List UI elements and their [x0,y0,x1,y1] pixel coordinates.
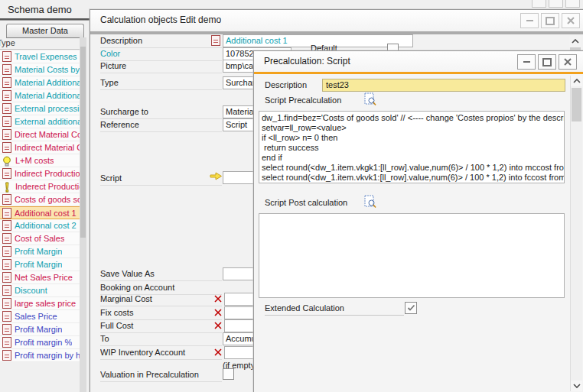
list-item[interactable]: External additional c [0,115,80,128]
doc-icon [2,168,11,179]
script-label: Script [100,173,222,186]
surcharge-to-label: Surcharge to [100,107,222,119]
precalc-scroll-down-button[interactable] [571,381,582,391]
script-post-calculation-textarea[interactable] [259,213,565,298]
precalc-minimize-button[interactable] [517,54,536,70]
schema-item-list: Travel ExpensesMaterial Costs by BiMater… [0,50,80,362]
list-item[interactable]: Direct Material Cost [0,128,80,141]
sidebar-scrollbar-thumb[interactable] [80,47,86,238]
save-value-as-label: Save Value As [100,269,222,281]
list-item-label: Material Additional C [15,91,80,100]
list-item-label: Additional cost 1 [15,209,77,218]
title-accent-bar [254,72,583,74]
list-item-label: Indirect Material Co [15,143,80,152]
list-item[interactable]: Discount [0,284,80,297]
list-item-label: Material Additional C [15,78,80,87]
doc-icon [2,103,11,114]
list-item-label: Profit Margin [15,325,62,334]
list-item[interactable]: Material Costs by Bi [0,63,80,76]
sidebar-scrollbar[interactable] [80,37,86,392]
list-item[interactable]: Sales Price [0,310,80,323]
list-item-label: Costs of goods sold [15,195,80,204]
minimize-icon [523,61,530,63]
to-label: To [100,334,222,346]
doc-icon [2,142,11,153]
doc-icon [2,285,11,296]
list-item[interactable]: Net Sales Price [0,271,80,284]
calc-titlebar[interactable]: Calculation objects Edit demo [90,10,583,31]
parent-maximize-button[interactable] [549,0,563,8]
precalc-close-button[interactable] [559,54,577,70]
calc-minimize-button[interactable] [520,13,539,28]
list-item[interactable]: Material Additional C [0,76,80,89]
list-item-label: large sales price [15,299,76,308]
precalc-scrollbar[interactable] [570,76,582,391]
list-item-label: Sales Price [15,312,57,321]
list-item[interactable]: Cost of Sales [0,232,80,245]
list-item[interactable]: Profit Margin [0,323,80,336]
precalc-description-input[interactable]: test23 [322,79,565,92]
list-item[interactable]: External processing [0,102,80,115]
doc-icon [2,194,11,205]
doc-icon [2,246,11,257]
doc-icon [2,298,11,309]
list-column-header[interactable]: Type [0,37,80,50]
doc-icon [2,324,11,335]
calc-window-title: Calculation objects Edit demo [100,10,221,31]
list-item-label: Inderect Production [15,182,80,191]
list-item[interactable]: Inderect Production [0,180,80,193]
doc-icon [2,77,11,88]
list-item-label: Direct Material Cost [15,130,80,139]
list-item[interactable]: Profit Margin [0,245,80,258]
list-item[interactable]: Profit Margin [0,258,80,271]
doc-icon [211,35,220,46]
calc-close-button[interactable] [562,13,580,28]
list-item-label: External processing [15,104,80,113]
fix-costs-label: Fix costs [100,308,222,320]
maximize-icon [542,58,552,66]
full-cost-label: Full Cost [100,321,222,333]
color-label: Color [100,49,222,61]
bulb-icon [2,156,11,167]
precalc-maximize-button[interactable] [538,54,556,70]
list-item-label: L+M costs [15,156,54,165]
parent-minimize-button[interactable] [532,0,546,8]
precalc-scroll-thumb[interactable] [572,88,581,121]
parent-window-title: Schema demo [8,4,72,15]
list-item-label: Profit Margin [15,247,62,256]
list-item[interactable]: Profit margin by ho [0,349,80,362]
extended-calculation-checkbox[interactable] [405,302,417,314]
tab-master-data[interactable]: Master Data [6,24,84,38]
close-icon [564,58,572,66]
list-item-label: External additional c [15,117,80,126]
chevron-up-icon [573,79,581,83]
list-item[interactable]: Additional cost 2 [0,219,80,232]
precalc-titlebar[interactable]: Precalculation: Script [254,51,583,72]
parent-window-buttons [532,0,580,8]
parent-close-button[interactable] [565,0,580,8]
script-precalculation-textarea[interactable]: dw_1.find=bez='Costs of goods sold' // <… [259,111,565,183]
list-item[interactable]: Additional cost 1 [0,206,80,219]
list-item[interactable]: large sales price [0,297,80,310]
close-icon [567,17,575,24]
list-item[interactable]: Material Additional C [0,89,80,102]
list-item[interactable]: Profit margin % [0,336,80,349]
required-x-icon [214,322,222,329]
doc-icon [2,116,11,127]
list-item[interactable]: Indirect Production [0,167,80,180]
doc-icon [2,90,11,101]
list-item[interactable]: L+M costs [0,154,80,167]
calc-maximize-button[interactable] [541,13,559,28]
list-item-label: Net Sales Price [15,273,73,282]
app-screen: Schema demo Master Data Type Travel Expe… [0,0,583,392]
list-item[interactable]: Indirect Material Co [0,141,80,154]
list-item-label: Material Costs by Bi [15,65,80,74]
precalc-scroll-up-button[interactable] [571,76,582,86]
list-item[interactable]: Costs of goods sold [0,193,80,206]
list-item[interactable]: Travel Expenses [0,50,80,63]
doc-icon [2,220,11,231]
calc-scroll-up-button[interactable] [569,36,581,47]
extended-calculation-label: Extended Calculation [265,303,404,316]
valuation-in-precalculation-checkbox[interactable] [223,368,234,380]
window-precalculation-script: Precalculation: Script Description test2… [253,50,583,392]
